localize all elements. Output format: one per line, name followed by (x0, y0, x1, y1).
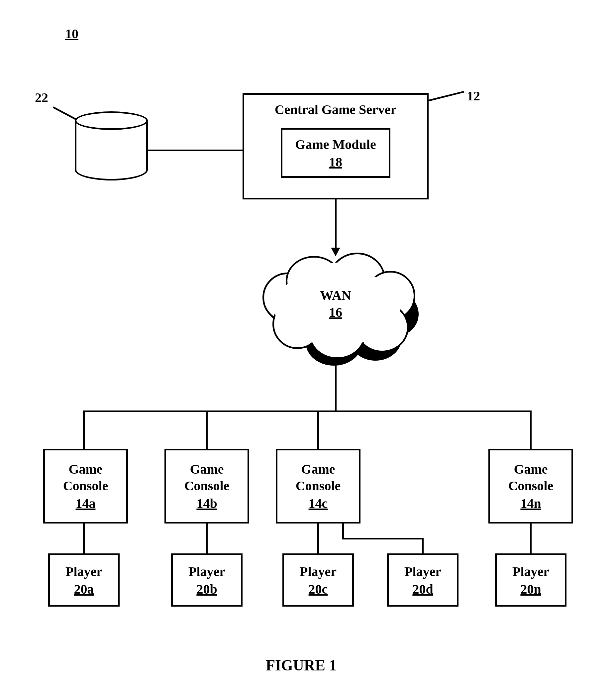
central-game-server-box: Central Game Server Game Module 18 (242, 93, 429, 200)
wan-cloud: WAN 16 (256, 252, 415, 359)
player-title-c: Player (300, 563, 337, 580)
drop-player-n (530, 523, 532, 553)
game-console-n: GameConsole 14n (488, 449, 573, 523)
ref-server: 12 (467, 88, 480, 104)
player-d: Player 20d (387, 553, 459, 607)
connector-wan-bus (335, 361, 337, 411)
game-console-b: GameConsole 14b (165, 449, 249, 523)
wan-text: WAN 16 (256, 288, 415, 320)
drop-console-a (83, 411, 85, 449)
player-ref-a: 20a (74, 581, 94, 597)
ref-system: 10 (65, 26, 79, 42)
player-title-a: Player (66, 563, 102, 580)
drop-player-a (83, 523, 85, 553)
connector-db-server (148, 150, 242, 151)
player-ref-b: 20b (196, 581, 217, 597)
player-a: Player 20a (48, 553, 120, 607)
wan-ref: 16 (256, 304, 415, 320)
drop-console-b (206, 411, 208, 449)
branch-c-d-v1 (342, 523, 344, 539)
player-ref-c: 20c (309, 581, 328, 597)
database-icon (75, 111, 148, 171)
drop-player-c (317, 523, 319, 553)
player-ref-n: 20n (520, 581, 541, 597)
branch-c-d-v2 (422, 538, 423, 553)
game-console-c: GameConsole 14c (276, 449, 361, 523)
ref-database: 22 (35, 90, 48, 105)
console-ref-b: 14b (196, 496, 217, 511)
game-console-a: Game Console GameConsole 14a (43, 449, 128, 523)
player-title-n: Player (512, 563, 549, 580)
game-module-ref: 18 (329, 154, 342, 170)
player-c: Player 20c (282, 553, 354, 607)
console-ref-n: 14n (520, 496, 541, 511)
drop-console-n (530, 411, 532, 449)
game-module-box: Game Module 18 (281, 128, 390, 178)
player-n: Player 20n (495, 553, 567, 607)
player-b: Player 20b (171, 553, 242, 607)
server-title: Central Game Server (275, 101, 397, 118)
game-module-title: Game Module (295, 136, 376, 153)
console-ref-a: 14a (76, 496, 96, 511)
branch-c-d-h (342, 538, 423, 539)
console-ref-c: 14c (309, 496, 328, 511)
leader-ref-12 (428, 91, 464, 101)
wan-title: WAN (320, 288, 351, 303)
bus-line (83, 411, 532, 412)
player-ref-d: 20d (412, 581, 433, 597)
drop-console-c (317, 411, 319, 449)
drop-player-b (206, 523, 208, 553)
player-title-b: Player (189, 563, 225, 580)
player-title-d: Player (404, 563, 441, 580)
connector-server-wan (335, 200, 337, 249)
figure-caption: FIGURE 1 (266, 657, 337, 674)
